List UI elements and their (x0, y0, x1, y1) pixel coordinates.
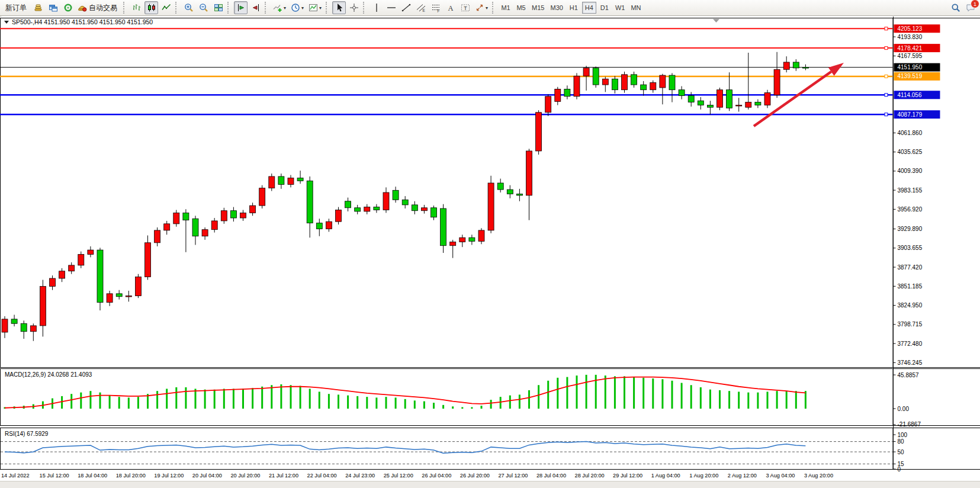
candle-body (478, 230, 484, 241)
candle-body (11, 319, 17, 323)
candle-body (574, 76, 580, 96)
candle (135, 274, 141, 298)
macd-histogram-bar (786, 391, 788, 409)
candle-body (612, 79, 618, 89)
macd-axis-label: 45.8857 (898, 372, 920, 378)
rsi-axis-label: 50 (898, 449, 905, 455)
y-axis-label: 3746.245 (898, 359, 923, 366)
candle (717, 88, 723, 110)
y-axis-label: 3798.715 (898, 321, 923, 328)
macd-histogram-bar (375, 397, 377, 409)
macd-histogram-bar (776, 391, 778, 409)
macd-histogram-bar (356, 396, 358, 409)
macd-histogram-bar (242, 389, 244, 409)
line-handle[interactable] (885, 113, 888, 116)
candle-body (88, 250, 94, 254)
macd-histogram-bar (757, 393, 759, 409)
candle-body (679, 90, 685, 96)
line-handle[interactable] (885, 27, 888, 30)
x-axis-label: 19 Jul 12:00 (154, 473, 184, 479)
candle (441, 204, 446, 253)
candle (97, 248, 103, 310)
macd-histogram-bar (509, 396, 511, 409)
macd-histogram-bar (500, 397, 502, 409)
candle-body (297, 178, 303, 181)
macd-histogram-bar (261, 387, 263, 409)
x-axis-label: 20 Jul 04:00 (192, 473, 222, 479)
y-axis-label: 4167.595 (898, 53, 923, 59)
candle-body (421, 208, 427, 211)
chart-title: SP500-,H4 4151.950 4151.950 4151.950 415… (12, 18, 153, 25)
macd-label: MACD(12,26,9) 24.0268 21.4093 (5, 371, 92, 378)
macd-histogram-bar (61, 396, 63, 409)
candle-body (717, 90, 723, 108)
candle-body (2, 319, 8, 332)
terminal-window: 新订单自动交易▾▾▾EFAT▾M1M5M15M30H1H4D1W1MN 4193… (0, 0, 980, 488)
candle-body (355, 208, 361, 211)
candle-body (78, 254, 84, 265)
line-handle[interactable] (885, 94, 888, 97)
x-axis-label: 28 Jul 20:00 (575, 473, 605, 479)
macd-histogram-bar (109, 396, 111, 409)
macd-histogram-bar (280, 384, 282, 409)
macd-histogram-bar (328, 394, 330, 409)
price-axis[interactable] (894, 17, 980, 469)
macd-histogram-bar (252, 388, 253, 409)
candle-body (736, 105, 742, 107)
x-axis-label: 15 Jul 12:00 (40, 473, 69, 479)
macd-histogram-bar (461, 407, 463, 409)
candle-body (688, 96, 694, 102)
candle-body (316, 223, 322, 229)
search-button[interactable] (949, 1, 962, 14)
candle-body (240, 213, 246, 218)
candle-body (288, 178, 294, 184)
macd-histogram-bar (642, 378, 644, 409)
macd-histogram-bar (671, 381, 673, 409)
line-handle[interactable] (885, 75, 888, 78)
macd-pane[interactable] (1, 369, 894, 426)
macd-histogram-bar (681, 383, 683, 409)
rsi-axis-label: 80 (898, 438, 905, 445)
macd-histogram-bar (185, 387, 187, 409)
chart-canvas[interactable]: 4193.8304167.5954061.8604035.6254009.390… (0, 0, 980, 488)
candle-body (393, 190, 399, 200)
macd-histogram-bar (652, 378, 654, 409)
level-badge-label: 4087.179 (898, 111, 923, 118)
macd-histogram-bar (738, 391, 740, 409)
macd-histogram-bar (309, 389, 311, 409)
macd-histogram-bar (719, 390, 721, 409)
candle-body (727, 90, 732, 108)
candle-body (602, 79, 608, 85)
macd-histogram-bar (767, 391, 769, 409)
candle-body (746, 102, 751, 108)
candle-body (30, 326, 36, 332)
candle-body (326, 221, 332, 229)
x-axis-label: 1 Aug 20:00 (689, 473, 718, 479)
status-strip (0, 481, 980, 488)
search-icon (951, 3, 960, 12)
candle-body (402, 200, 408, 205)
candle-body (69, 265, 75, 271)
candle-body (536, 113, 542, 151)
candle-body (707, 105, 713, 108)
candle-body (507, 190, 513, 194)
candle-body (650, 82, 656, 89)
macd-histogram-bar (166, 389, 168, 409)
macd-histogram-bar (89, 391, 91, 409)
macd-histogram-bar (452, 406, 454, 409)
main-pane[interactable] (1, 18, 894, 368)
notifications-button[interactable]: 1 (963, 1, 977, 14)
line-handle[interactable] (885, 47, 888, 50)
macd-histogram-bar (624, 376, 625, 409)
x-axis-label: 18 Jul 04:00 (78, 473, 107, 479)
candle-body (469, 237, 475, 241)
current-price-badge-label: 4151.950 (898, 64, 923, 70)
x-axis-label: 14 Jul 2022 (1, 473, 30, 479)
x-axis-label: 26 Jul 20:00 (460, 473, 490, 479)
candle (259, 185, 265, 208)
rsi-axis-label: 0 (898, 466, 901, 473)
y-axis-label: 3772.480 (898, 341, 923, 347)
candle-body (669, 75, 675, 90)
x-axis-label: 3 Aug 20:00 (804, 473, 833, 479)
y-axis-label: 3983.155 (898, 187, 923, 194)
